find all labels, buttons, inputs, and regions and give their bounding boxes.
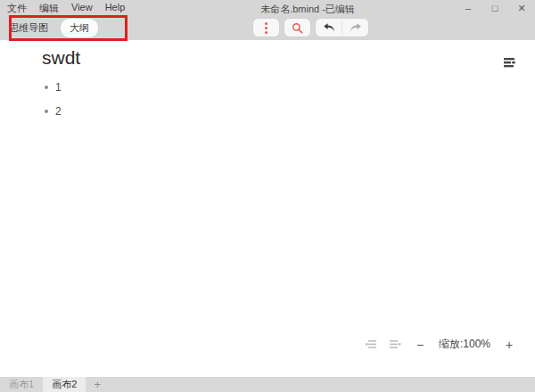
outline-item[interactable]: 1 (45, 81, 62, 94)
collapse-levels-button[interactable] (366, 339, 377, 349)
tab-outline[interactable]: 大纲 (61, 19, 98, 37)
toolbar: 思维导图 大纲 (0, 16, 535, 40)
menu-file[interactable]: 文件 (7, 2, 27, 15)
canvas-tab-1[interactable]: 画布1 (0, 377, 43, 392)
outline-list: 1 2 (45, 81, 62, 129)
menu-view[interactable]: View (71, 2, 93, 15)
outline-structure-button[interactable] (501, 53, 519, 71)
outline-item-text: 2 (55, 105, 62, 118)
zoom-in-button[interactable]: + (503, 339, 515, 351)
zoom-out-button[interactable]: − (414, 339, 426, 351)
view-switch-tabs: 思维导图 大纲 (7, 16, 98, 40)
canvas-tab-bar: 画布1 画布2 + (0, 377, 535, 392)
search-button[interactable] (284, 19, 310, 37)
menu-help[interactable]: Help (105, 2, 126, 15)
outline-item-text: 1 (55, 81, 62, 94)
collapse-levels-icon (366, 339, 377, 349)
outline-item[interactable]: 2 (45, 105, 62, 118)
zoom-bar: − 缩放:100% + (366, 337, 515, 352)
bullet-icon (45, 110, 48, 113)
redo-icon (350, 22, 362, 33)
expand-levels-button[interactable] (390, 339, 401, 349)
outline-structure-icon (503, 56, 517, 69)
tab-mindmap[interactable]: 思维导图 (7, 20, 50, 37)
bullet-icon (45, 86, 48, 89)
maximize-button[interactable]: □ (482, 0, 508, 16)
outline-view: swdt 1 2 (0, 40, 535, 377)
expand-levels-icon (390, 339, 401, 349)
titlebar: 文件 编辑 View Help 未命名.bmind -已编辑 – □ ✕ (0, 0, 535, 16)
window-controls: – □ ✕ (455, 0, 535, 16)
zoom-level-label: 缩放:100% (439, 337, 490, 352)
redo-button[interactable] (342, 19, 368, 37)
window-title: 未命名.bmind -已编辑 (241, 3, 374, 16)
canvas-tab-2[interactable]: 画布2 (43, 377, 86, 392)
close-button[interactable]: ✕ (508, 0, 535, 16)
undo-button[interactable] (316, 19, 342, 37)
undo-redo-group (316, 19, 368, 37)
kebab-menu-icon (265, 22, 268, 34)
undo-icon (323, 22, 335, 33)
search-icon (292, 22, 303, 34)
outline-root-topic[interactable]: swdt (42, 47, 80, 69)
more-options-button[interactable] (253, 19, 279, 37)
add-canvas-button[interactable]: + (86, 377, 109, 392)
minimize-button[interactable]: – (455, 0, 482, 16)
menu-edit[interactable]: 编辑 (39, 2, 59, 15)
toolbar-center-buttons (253, 19, 368, 37)
menu-bar: 文件 编辑 View Help (0, 2, 125, 15)
